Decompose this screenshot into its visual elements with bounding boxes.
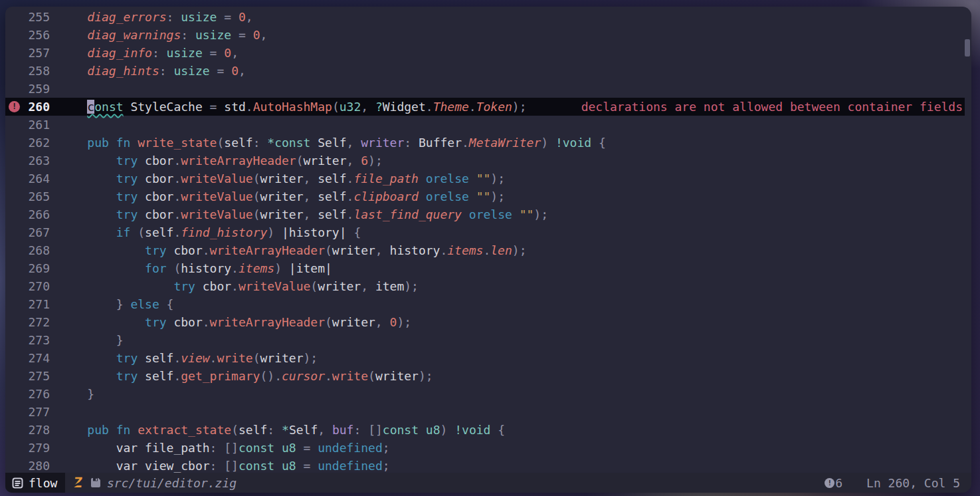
line-number[interactable]: 280: [5, 457, 58, 473]
code-text: var view_cbor: []const u8 = undefined;: [58, 457, 390, 473]
diagnostic-error-icon[interactable]: !: [9, 101, 20, 112]
code-text: pub fn write_state(self: *const Self, wr…: [58, 134, 606, 152]
save-icon[interactable]: [90, 477, 101, 488]
error-count-badge[interactable]: ! 6: [825, 476, 842, 490]
app-menu-button[interactable]: flow: [5, 473, 65, 493]
code-text: } else {: [58, 295, 173, 313]
inline-diagnostic-message: declarations are not allowed between con…: [581, 98, 963, 116]
line-number[interactable]: 274: [5, 349, 58, 367]
error-count: 6: [835, 476, 842, 490]
code-line[interactable]: 266 try cbor.writeValue(writer, self.las…: [5, 205, 965, 223]
code-line[interactable]: 256 diag_warnings: usize = 0,: [5, 26, 965, 44]
code-text: var file_path: []const u8 = undefined;: [58, 439, 390, 457]
code-text: try cbor.writeValue(writer, self.clipboa…: [58, 187, 505, 205]
code-text: pub fn extract_state(self: *Self, buf: […: [58, 421, 505, 439]
code-line[interactable]: 273 }: [5, 331, 965, 349]
line-number[interactable]: 272: [5, 313, 58, 331]
code-text: try cbor.writeValue(writer, item);: [58, 277, 419, 295]
code-line[interactable]: 274 try self.view.write(writer);: [5, 349, 965, 367]
code-text: try self.get_primary().cursor.write(writ…: [58, 367, 433, 385]
line-number[interactable]: 278: [5, 421, 58, 439]
code-text: try cbor.writeValue(writer, self.last_fi…: [58, 205, 548, 223]
line-number[interactable]: 273: [5, 331, 58, 349]
code-text: const StyleCache = std.AutoHashMap(u32, …: [58, 98, 527, 116]
code-line[interactable]: 278 pub fn extract_state(self: *Self, bu…: [5, 421, 965, 439]
code-line[interactable]: 258 diag_hints: usize = 0,: [5, 62, 965, 80]
code-line[interactable]: 267 if (self.find_history) |history| {: [5, 223, 965, 241]
code-line[interactable]: 259: [5, 80, 965, 98]
line-number[interactable]: 275: [5, 367, 58, 385]
code-line[interactable]: 277: [5, 403, 965, 421]
code-text: if (self.find_history) |history| {: [58, 223, 361, 241]
line-number[interactable]: 270: [5, 277, 58, 295]
code-line[interactable]: 279 var file_path: []const u8 = undefine…: [5, 439, 965, 457]
code-line[interactable]: 269 for (history.items) |item|: [5, 259, 965, 277]
line-number[interactable]: 258: [5, 62, 58, 80]
code-text: try cbor.writeArrayHeader(writer, histor…: [58, 241, 526, 259]
code-line[interactable]: 262 pub fn write_state(self: *const Self…: [5, 134, 965, 152]
scrollbar-thumb[interactable]: [965, 39, 970, 57]
code-area[interactable]: 255 diag_errors: usize = 0,256 diag_warn…: [5, 7, 965, 473]
text-cursor: c: [87, 100, 94, 114]
code-line[interactable]: 270 try cbor.writeValue(writer, item);: [5, 277, 965, 295]
code-text: diag_hints: usize = 0,: [58, 62, 246, 80]
code-text: diag_info: usize = 0,: [58, 44, 239, 62]
editor-window: 255 diag_errors: usize = 0,256 diag_warn…: [5, 7, 971, 493]
code-line[interactable]: 276 }: [5, 385, 965, 403]
code-line[interactable]: 268 try cbor.writeArrayHeader(writer, hi…: [5, 241, 965, 259]
code-text: try cbor.writeArrayHeader(writer, 0);: [58, 313, 411, 331]
code-line[interactable]: 264 try cbor.writeValue(writer, self.fil…: [5, 170, 965, 187]
line-number[interactable]: 263: [5, 152, 58, 170]
code-text: try cbor.writeArrayHeader(writer, 6);: [58, 152, 383, 170]
code-line[interactable]: 275 try self.get_primary().cursor.write(…: [5, 367, 965, 385]
line-number[interactable]: 269: [5, 259, 58, 277]
line-number[interactable]: 267: [5, 223, 58, 241]
line-number[interactable]: 259: [5, 80, 58, 98]
line-number[interactable]: 264: [5, 170, 58, 187]
line-number[interactable]: 255: [5, 8, 58, 26]
desktop-background: 255 diag_errors: usize = 0,256 diag_warn…: [0, 0, 980, 496]
code-text: diag_errors: usize = 0,: [58, 8, 253, 26]
line-number[interactable]: 265: [5, 187, 58, 205]
file-path: src/tui/editor.zig: [107, 476, 237, 490]
line-number[interactable]: 266: [5, 205, 58, 223]
line-number[interactable]: 262: [5, 134, 58, 152]
code-text: try cbor.writeValue(writer, self.file_pa…: [58, 170, 505, 187]
cursor-position[interactable]: Ln 260, Col 5: [866, 476, 960, 490]
code-line[interactable]: 263 try cbor.writeArrayHeader(writer, 6)…: [5, 152, 965, 170]
code-text: for (history.items) |item|: [58, 259, 332, 277]
code-line[interactable]: 280 var view_cbor: []const u8 = undefine…: [5, 457, 965, 473]
line-number[interactable]: 279: [5, 439, 58, 457]
code-text: }: [58, 385, 94, 403]
code-line[interactable]: 272 try cbor.writeArrayHeader(writer, 0)…: [5, 313, 965, 331]
code-text: diag_warnings: usize = 0,: [58, 26, 267, 44]
code-line[interactable]: 265 try cbor.writeValue(writer, self.cli…: [5, 187, 965, 205]
code-line[interactable]: 261: [5, 116, 965, 134]
line-number[interactable]: 276: [5, 385, 58, 403]
code-text: try self.view.write(writer);: [58, 349, 318, 367]
code-line[interactable]: 257 diag_info: usize = 0,: [5, 44, 965, 62]
code-text: }: [58, 331, 124, 349]
code-line[interactable]: !260 const StyleCache = std.AutoHashMap(…: [5, 98, 965, 116]
line-number[interactable]: 261: [5, 116, 58, 134]
status-bar: flow Z src/tui/editor.zig ! 6 Ln 260, Co…: [5, 473, 971, 493]
code-line[interactable]: 255 diag_errors: usize = 0,: [5, 8, 965, 26]
zig-logo-icon: Z: [73, 475, 83, 490]
error-count-icon: !: [825, 478, 834, 488]
app-name: flow: [29, 476, 57, 490]
line-number[interactable]: 277: [5, 403, 58, 421]
status-right-group: ! 6 Ln 260, Col 5: [825, 476, 971, 490]
line-number[interactable]: 268: [5, 241, 58, 259]
flow-logo-icon: [12, 477, 23, 489]
line-number[interactable]: 256: [5, 26, 58, 44]
line-number[interactable]: 271: [5, 295, 58, 313]
line-number[interactable]: 257: [5, 44, 58, 62]
code-line[interactable]: 271 } else {: [5, 295, 965, 313]
